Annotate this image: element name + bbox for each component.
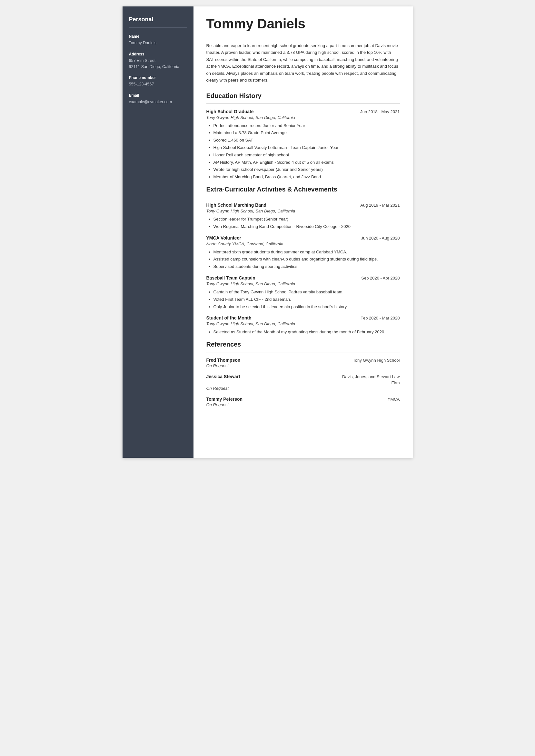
sidebar-section-address: Address 657 Elm Street 92111 San Diego, … xyxy=(129,52,187,70)
list-item: Maintained a 3.78 Grade Point Average xyxy=(213,130,400,136)
list-item: Perfect attendance record Junior and Sen… xyxy=(213,122,400,129)
sidebar-value-name: Tommy Daniels xyxy=(129,40,187,46)
sidebar-label-address: Address xyxy=(129,52,187,56)
list-item: Won Regional Marching Band Competition -… xyxy=(213,224,400,230)
list-item: AP History, AP Math, AP English - Scored… xyxy=(213,159,400,166)
sidebar-label-name: Name xyxy=(129,34,187,39)
extracurricular-entry-title-2: Baseball Team Captain xyxy=(206,275,255,281)
education-entry-list: Perfect attendance record Junior and Sen… xyxy=(206,122,400,180)
extracurricular-entry-list-2: Captain of the Tony Gwynn High School Pa… xyxy=(206,289,400,310)
education-entry-subtitle: Tony Gwynn High School, San Diego, Calif… xyxy=(206,115,400,120)
extracurricular-section: Extra-Curricular Activities & Achievemen… xyxy=(206,186,400,336)
list-item: Scored 1,460 on SAT xyxy=(213,137,400,144)
reference-header-1: Jessica Stewart Davis, Jones, and Stewar… xyxy=(206,374,400,386)
sidebar-section-phone: Phone number 555-123-4567 xyxy=(129,75,187,87)
extracurricular-entry-header-2: Baseball Team Captain Sep 2020 - Apr 202… xyxy=(206,275,400,281)
sidebar-divider xyxy=(129,27,187,28)
reference-entry-0: Fred Thompson Tony Gwynn High School On … xyxy=(206,358,400,368)
extracurricular-entry-subtitle-3: Tony Gwynn High School, San Diego, Calif… xyxy=(206,321,400,326)
extracurricular-entry-title-1: YMCA Volunteer xyxy=(206,235,241,240)
list-item: Only Junior to be selected this leadersh… xyxy=(213,304,400,310)
sidebar-section-name: Name Tommy Daniels xyxy=(129,34,187,46)
list-item: Supervised students during sporting acti… xyxy=(213,263,400,270)
education-entry-0: High School Graduate Jun 2018 - May 2021… xyxy=(206,109,400,180)
reference-name-0: Fred Thompson xyxy=(206,358,240,363)
extracurricular-entry-subtitle-1: North County YMCA, Carlsbad, California xyxy=(206,241,400,246)
list-item: Selected as Student of the Month of my g… xyxy=(213,329,400,336)
extracurricular-entry-2: Baseball Team Captain Sep 2020 - Apr 202… xyxy=(206,275,400,310)
list-item: Honor Roll each semester of high school xyxy=(213,152,400,159)
reference-status-2: On Request xyxy=(206,402,400,407)
extracurricular-entry-3: Student of the Month Feb 2020 - Mar 2020… xyxy=(206,315,400,336)
reference-entry-1: Jessica Stewart Davis, Jones, and Stewar… xyxy=(206,374,400,391)
resume-name: Tommy Daniels xyxy=(206,16,400,32)
reference-name-1: Jessica Stewart xyxy=(206,374,240,379)
education-section: Education History High School Graduate J… xyxy=(206,92,400,180)
sidebar-label-phone: Phone number xyxy=(129,75,187,80)
list-item: Member of Marching Band, Brass Quartet, … xyxy=(213,174,400,180)
extracurricular-entry-subtitle-0: Tony Gwynn High School, San Diego, Calif… xyxy=(206,208,400,213)
reference-org-1: Davis, Jones, and Stewart Law Firm xyxy=(335,374,400,386)
reference-entry-2: Tommy Peterson YMCA On Request xyxy=(206,396,400,407)
main-content: Tommy Daniels Reliable and eager to lear… xyxy=(193,7,413,458)
list-item: Section leader for Trumpet (Senior Year) xyxy=(213,216,400,223)
list-item: Voted First Team ALL CIF - 2nd baseman. xyxy=(213,296,400,303)
extracurricular-entry-header-0: High School Marching Band Aug 2019 - Mar… xyxy=(206,202,400,208)
extracurricular-entry-title-0: High School Marching Band xyxy=(206,202,267,208)
list-item: Captain of the Tony Gwynn High School Pa… xyxy=(213,289,400,296)
sidebar-label-email: Email xyxy=(129,93,187,98)
sidebar-value-address-line2: 92111 San Diego, California xyxy=(129,64,187,70)
sidebar-value-address-line1: 657 Elm Street xyxy=(129,58,187,64)
education-entry-header: High School Graduate Jun 2018 - May 2021 xyxy=(206,109,400,114)
extracurricular-entry-subtitle-2: Tony Gwynn High School, San Diego, Calif… xyxy=(206,282,400,286)
education-entry-title: High School Graduate xyxy=(206,109,254,114)
resume-container: Personal Name Tommy Daniels Address 657 … xyxy=(123,7,413,458)
sidebar-section-email: Email example@cvmaker.com xyxy=(129,93,187,105)
extracurricular-entry-list-0: Section leader for Trumpet (Senior Year)… xyxy=(206,216,400,230)
reference-org-2: YMCA xyxy=(388,396,400,402)
sidebar-title: Personal xyxy=(129,16,187,23)
education-section-title: Education History xyxy=(206,92,400,100)
reference-name-2: Tommy Peterson xyxy=(206,396,243,402)
list-item: High School Baseball Varsity Letterman -… xyxy=(213,145,400,151)
summary-text: Reliable and eager to learn recent high … xyxy=(206,42,400,84)
extracurricular-entry-list-3: Selected as Student of the Month of my g… xyxy=(206,329,400,336)
reference-header-0: Fred Thompson Tony Gwynn High School xyxy=(206,358,400,363)
references-section: References Fred Thompson Tony Gwynn High… xyxy=(206,341,400,407)
list-item: Wrote for high school newspaper (Junior … xyxy=(213,166,400,173)
extracurricular-entry-date-3: Feb 2020 - Mar 2020 xyxy=(360,316,400,320)
education-entry-date: Jun 2018 - May 2021 xyxy=(360,109,400,114)
reference-status-0: On Request xyxy=(206,363,400,368)
name-divider xyxy=(206,37,400,37)
extracurricular-entry-title-3: Student of the Month xyxy=(206,315,252,320)
sidebar-value-phone: 555-123-4567 xyxy=(129,81,187,87)
extracurricular-entry-1: YMCA Volunteer Jun 2020 - Aug 2020 North… xyxy=(206,235,400,270)
sidebar-value-email: example@cvmaker.com xyxy=(129,99,187,105)
education-divider xyxy=(206,103,400,104)
extracurricular-divider xyxy=(206,197,400,197)
extracurricular-entry-list-1: Mentored sixth grade students during sum… xyxy=(206,249,400,270)
extracurricular-entry-header-3: Student of the Month Feb 2020 - Mar 2020 xyxy=(206,315,400,320)
reference-org-0: Tony Gwynn High School xyxy=(353,358,400,363)
list-item: Assisted camp counselors with clean-up d… xyxy=(213,256,400,263)
extracurricular-section-title: Extra-Curricular Activities & Achievemen… xyxy=(206,186,400,193)
extracurricular-entry-header-1: YMCA Volunteer Jun 2020 - Aug 2020 xyxy=(206,235,400,240)
references-divider xyxy=(206,352,400,352)
extracurricular-entry-date-0: Aug 2019 - Mar 2021 xyxy=(360,203,400,208)
extracurricular-entry-0: High School Marching Band Aug 2019 - Mar… xyxy=(206,202,400,230)
extracurricular-entry-date-2: Sep 2020 - Apr 2020 xyxy=(361,276,400,281)
list-item: Mentored sixth grade students during sum… xyxy=(213,249,400,256)
extracurricular-entry-date-1: Jun 2020 - Aug 2020 xyxy=(361,236,400,240)
references-section-title: References xyxy=(206,341,400,348)
reference-header-2: Tommy Peterson YMCA xyxy=(206,396,400,402)
sidebar: Personal Name Tommy Daniels Address 657 … xyxy=(123,7,193,458)
reference-status-1: On Request xyxy=(206,386,400,391)
